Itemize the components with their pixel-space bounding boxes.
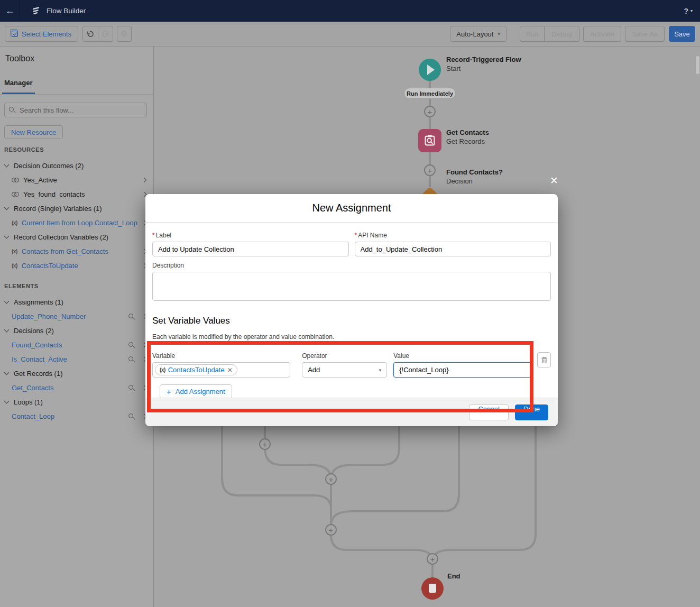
tree-item-update-phone-number[interactable]: Update_Phone_Number bbox=[0, 309, 153, 324]
elements-header: ELEMENTS bbox=[0, 283, 153, 289]
modal-header: New Assignment bbox=[145, 194, 558, 223]
undo-button[interactable] bbox=[83, 26, 98, 41]
tree-section-record-collection-variables[interactable]: Record Collection Variables (2) bbox=[0, 230, 153, 244]
auto-layout-dropdown[interactable]: Auto-Layout ▾ bbox=[450, 26, 506, 42]
operator-column-label: Operator bbox=[302, 352, 387, 360]
canvas-scrollbar-thumb[interactable] bbox=[696, 56, 699, 74]
tab-manager[interactable]: Manager bbox=[4, 79, 32, 87]
resources-tree: Decision Outcomes (2) Yes_Active Yes_fou… bbox=[0, 159, 153, 273]
close-icon[interactable]: ✕ bbox=[549, 176, 559, 186]
variable-pill[interactable]: (x) ContactsToUpdate ✕ bbox=[155, 364, 237, 375]
activate-button[interactable]: Activate bbox=[583, 26, 621, 42]
tree-item-contacts-to-update[interactable]: (x) ContactsToUpdate bbox=[0, 259, 153, 273]
api-name-input[interactable] bbox=[355, 242, 551, 256]
save-button[interactable]: Save bbox=[669, 26, 695, 42]
save-as-button[interactable]: Save As bbox=[625, 26, 665, 42]
tree-item-yes-found-contacts[interactable]: Yes_found_contacts bbox=[0, 187, 153, 201]
api-name-field-label: *API Name bbox=[355, 232, 551, 239]
find-in-canvas-icon[interactable] bbox=[128, 413, 133, 418]
find-in-canvas-icon[interactable] bbox=[128, 342, 133, 347]
value-input[interactable] bbox=[393, 362, 531, 378]
auto-layout-label: Auto-Layout bbox=[456, 30, 493, 38]
add-element-button[interactable]: + bbox=[424, 106, 436, 117]
search-input[interactable] bbox=[4, 103, 147, 117]
variable-icon: (x) bbox=[12, 220, 17, 226]
get-contacts-node[interactable] bbox=[418, 129, 441, 152]
label-input[interactable] bbox=[152, 242, 349, 256]
set-variable-values-description: Each variable is modified by the operato… bbox=[152, 333, 551, 341]
tree-item-found-contacts[interactable]: Found_Contacts bbox=[0, 338, 153, 352]
tree-item-contact-loop[interactable]: Contact_Loop bbox=[0, 409, 153, 424]
new-resource-button[interactable]: New Resource bbox=[4, 125, 63, 139]
tree-item-contacts-from-get-contacts[interactable]: (x) Contacts from Get_Contacts bbox=[0, 244, 153, 259]
add-assignment-label: Add Assignment bbox=[176, 388, 225, 396]
value-column: Value bbox=[393, 352, 531, 378]
modal-body: *Label *API Name Description Set Variabl… bbox=[145, 232, 558, 399]
multi-select-icon bbox=[12, 31, 18, 37]
tree-section-assignments[interactable]: Assignments (1) bbox=[0, 295, 153, 309]
start-node-label: Record-Triggered Flow Start bbox=[446, 56, 521, 72]
help-icon: ? bbox=[684, 7, 688, 15]
variable-icon: (x) bbox=[160, 367, 165, 373]
find-in-canvas-icon[interactable] bbox=[128, 356, 133, 361]
app-header: ← Flow Builder ? ▾ bbox=[0, 0, 700, 22]
run-button[interactable]: Run bbox=[520, 26, 545, 42]
search-icon bbox=[9, 107, 14, 112]
toolbox-tabstrip: Manager bbox=[0, 76, 153, 95]
undo-icon bbox=[86, 30, 94, 38]
add-element-button[interactable]: + bbox=[427, 553, 438, 565]
tree-item-is-contact-active[interactable]: Is_Contact_Active bbox=[0, 352, 153, 366]
run-immediately-badge[interactable]: Run Immediately bbox=[404, 88, 456, 99]
chevron-down-icon: ▾ bbox=[498, 31, 500, 36]
start-node[interactable] bbox=[419, 59, 441, 81]
help-menu[interactable]: ? ▾ bbox=[684, 7, 693, 15]
end-node-label: End bbox=[447, 572, 460, 580]
toolbox-title: Toolbox bbox=[0, 47, 153, 63]
chevron-down-icon bbox=[4, 399, 10, 404]
description-textarea[interactable] bbox=[152, 272, 551, 301]
gear-icon: ⚙ bbox=[121, 29, 127, 39]
add-assignment-button[interactable]: + Add Assignment bbox=[160, 384, 232, 399]
tree-section-get-records[interactable]: Get Records (1) bbox=[0, 366, 153, 381]
tree-item-current-item-loop[interactable]: (x) Current Item from Loop Contact_Loop bbox=[0, 216, 153, 230]
debug-button[interactable]: Debug bbox=[545, 26, 579, 42]
remove-pill-icon[interactable]: ✕ bbox=[227, 366, 233, 374]
chevron-down-icon bbox=[4, 205, 10, 210]
decision-node-label: Found Contacts? Decision bbox=[446, 168, 503, 185]
flow-builder-logo-icon bbox=[31, 6, 41, 16]
settings-button[interactable]: ⚙ bbox=[117, 26, 132, 42]
end-node[interactable] bbox=[421, 577, 444, 600]
label-field-group: *Label bbox=[152, 232, 349, 256]
toolbox-sidebar: Toolbox Manager New Resource RESOURCES D… bbox=[0, 47, 154, 607]
done-button[interactable]: Done bbox=[515, 404, 548, 420]
add-element-button[interactable]: + bbox=[325, 524, 337, 536]
tree-section-decision-outcomes[interactable]: Decision Outcomes (2) bbox=[0, 159, 153, 173]
variable-column-label: Variable bbox=[152, 352, 290, 360]
get-contacts-label: Get Contacts Get Records bbox=[446, 128, 489, 145]
delete-assignment-button[interactable] bbox=[537, 352, 551, 367]
run-debug-group: Run Debug bbox=[520, 26, 579, 42]
variable-combobox[interactable]: (x) ContactsToUpdate ✕ bbox=[152, 362, 290, 378]
api-name-field-group: *API Name bbox=[355, 232, 551, 256]
set-variable-values-section: Set Variable Values Each variable is mod… bbox=[152, 316, 551, 378]
add-element-button[interactable]: + bbox=[325, 473, 337, 485]
required-asterisk: * bbox=[152, 232, 155, 239]
cancel-button[interactable]: Cancel bbox=[469, 404, 508, 420]
tree-item-yes-active[interactable]: Yes_Active bbox=[0, 173, 153, 187]
tree-section-decisions[interactable]: Decisions (2) bbox=[0, 324, 153, 338]
modal-title: New Assignment bbox=[312, 202, 391, 214]
chevron-right-icon[interactable] bbox=[142, 178, 147, 183]
redo-button[interactable] bbox=[98, 26, 113, 41]
tree-section-record-single-variables[interactable]: Record (Single) Variables (1) bbox=[0, 201, 153, 216]
find-in-canvas-icon[interactable] bbox=[128, 385, 133, 390]
back-arrow-icon[interactable]: ← bbox=[0, 0, 20, 22]
label-field-label: *Label bbox=[152, 232, 349, 239]
find-in-canvas-icon[interactable] bbox=[128, 314, 133, 318]
add-element-button[interactable]: + bbox=[259, 438, 271, 450]
add-element-button[interactable]: + bbox=[424, 164, 436, 176]
operator-select[interactable]: Add ▾ bbox=[302, 362, 387, 378]
select-elements-button[interactable]: Select Elements bbox=[5, 26, 78, 42]
tree-section-loops[interactable]: Loops (1) bbox=[0, 395, 153, 409]
tree-item-get-contacts[interactable]: Get_Contacts bbox=[0, 381, 153, 395]
chevron-down-icon: ▾ bbox=[379, 367, 382, 373]
